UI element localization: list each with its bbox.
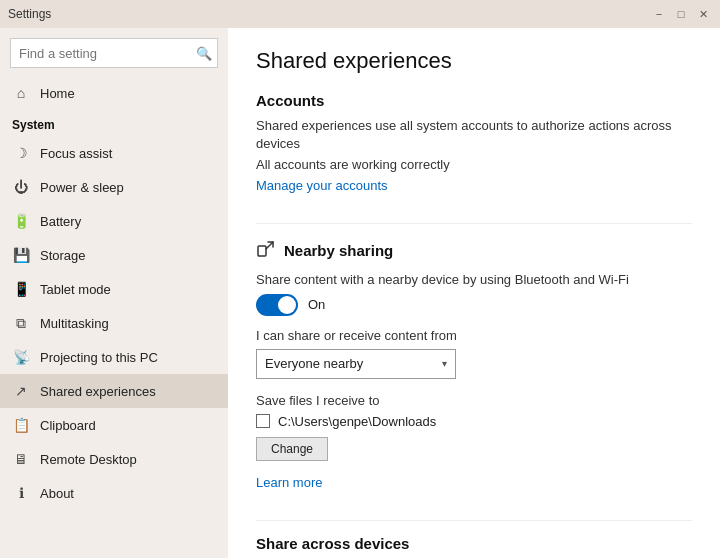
sidebar-item-tablet-mode-label: Tablet mode <box>40 282 111 297</box>
search-icon: 🔍 <box>196 46 212 61</box>
nearby-sharing-description: Share content with a nearby device by us… <box>256 271 692 289</box>
sidebar-item-multitasking-label: Multitasking <box>40 316 109 331</box>
minimize-button[interactable]: − <box>650 5 668 23</box>
save-files-label: Save files I receive to <box>256 393 692 408</box>
accounts-section-title: Accounts <box>256 92 692 109</box>
sidebar-item-storage-label: Storage <box>40 248 86 263</box>
accounts-description: Shared experiences use all system accoun… <box>256 117 692 153</box>
sidebar-item-multitasking[interactable]: ⧉ Multitasking <box>0 306 228 340</box>
sidebar-item-shared-experiences[interactable]: ↗ Shared experiences <box>0 374 228 408</box>
sidebar-item-focus-assist-label: Focus assist <box>40 146 112 161</box>
power-sleep-icon: ⏻ <box>12 178 30 196</box>
sidebar-item-battery[interactable]: 🔋 Battery <box>0 204 228 238</box>
sidebar-item-projecting[interactable]: 📡 Projecting to this PC <box>0 340 228 374</box>
nearby-sharing-icon <box>256 238 276 263</box>
sidebar-item-focus-assist[interactable]: ☽ Focus assist <box>0 136 228 170</box>
sidebar-item-projecting-label: Projecting to this PC <box>40 350 158 365</box>
about-icon: ℹ <box>12 484 30 502</box>
sidebar: 🔍 ⌂ Home System ☽ Focus assist ⏻ Power &… <box>0 28 228 558</box>
title-bar-controls: − □ ✕ <box>650 5 712 23</box>
close-button[interactable]: ✕ <box>694 5 712 23</box>
maximize-button[interactable]: □ <box>672 5 690 23</box>
multitasking-icon: ⧉ <box>12 314 30 332</box>
sidebar-item-clipboard[interactable]: 📋 Clipboard <box>0 408 228 442</box>
sidebar-item-about[interactable]: ℹ About <box>0 476 228 510</box>
accounts-status: All accounts are working correctly <box>256 157 692 172</box>
nearby-sharing-toggle[interactable] <box>256 294 298 316</box>
search-input[interactable] <box>10 38 218 68</box>
share-across-title: Share across devices <box>256 535 692 552</box>
nearby-sharing-title: Nearby sharing <box>284 242 393 259</box>
storage-icon: 💾 <box>12 246 30 264</box>
sidebar-item-storage[interactable]: 💾 Storage <box>0 238 228 272</box>
sidebar-item-home[interactable]: ⌂ Home <box>0 76 228 110</box>
sidebar-item-clipboard-label: Clipboard <box>40 418 96 433</box>
sidebar-item-remote-desktop[interactable]: 🖥 Remote Desktop <box>0 442 228 476</box>
save-path-label: C:\Users\genpe\Downloads <box>278 414 436 429</box>
sidebar-section-system: System <box>0 114 228 136</box>
search-container: 🔍 <box>10 38 218 68</box>
title-bar: Settings − □ ✕ <box>0 0 720 28</box>
sidebar-item-home-label: Home <box>40 86 75 101</box>
chevron-down-icon: ▾ <box>442 358 447 369</box>
app-body: 🔍 ⌂ Home System ☽ Focus assist ⏻ Power &… <box>0 28 720 558</box>
share-from-label: I can share or receive content from <box>256 328 692 343</box>
sidebar-item-power-sleep-label: Power & sleep <box>40 180 124 195</box>
content-area: Shared experiences Accounts Shared exper… <box>228 28 720 558</box>
sidebar-item-battery-label: Battery <box>40 214 81 229</box>
nearby-sharing-header: Nearby sharing <box>256 238 692 263</box>
dropdown-value: Everyone nearby <box>265 356 363 371</box>
projecting-icon: 📡 <box>12 348 30 366</box>
clipboard-icon: 📋 <box>12 416 30 434</box>
shared-experiences-icon: ↗ <box>12 382 30 400</box>
sidebar-item-about-label: About <box>40 486 74 501</box>
manage-accounts-link[interactable]: Manage your accounts <box>256 178 388 193</box>
divider-1 <box>256 223 692 224</box>
divider-2 <box>256 520 692 521</box>
svg-rect-0 <box>258 246 266 256</box>
title-bar-text: Settings <box>8 7 51 21</box>
home-icon: ⌂ <box>12 84 30 102</box>
page-title: Shared experiences <box>256 48 692 74</box>
share-from-dropdown[interactable]: Everyone nearby ▾ <box>256 349 456 379</box>
sidebar-item-power-sleep[interactable]: ⏻ Power & sleep <box>0 170 228 204</box>
nearby-sharing-toggle-row: On <box>256 294 692 316</box>
remote-desktop-icon: 🖥 <box>12 450 30 468</box>
nearby-sharing-toggle-label: On <box>308 297 325 312</box>
change-button[interactable]: Change <box>256 437 328 461</box>
sidebar-item-tablet-mode[interactable]: 📱 Tablet mode <box>0 272 228 306</box>
learn-more-link[interactable]: Learn more <box>256 475 322 490</box>
sidebar-item-shared-experiences-label: Shared experiences <box>40 384 156 399</box>
sidebar-item-remote-desktop-label: Remote Desktop <box>40 452 137 467</box>
tablet-mode-icon: 📱 <box>12 280 30 298</box>
save-files-checkbox[interactable] <box>256 414 270 428</box>
battery-icon: 🔋 <box>12 212 30 230</box>
focus-assist-icon: ☽ <box>12 144 30 162</box>
save-files-row: C:\Users\genpe\Downloads <box>256 414 692 429</box>
